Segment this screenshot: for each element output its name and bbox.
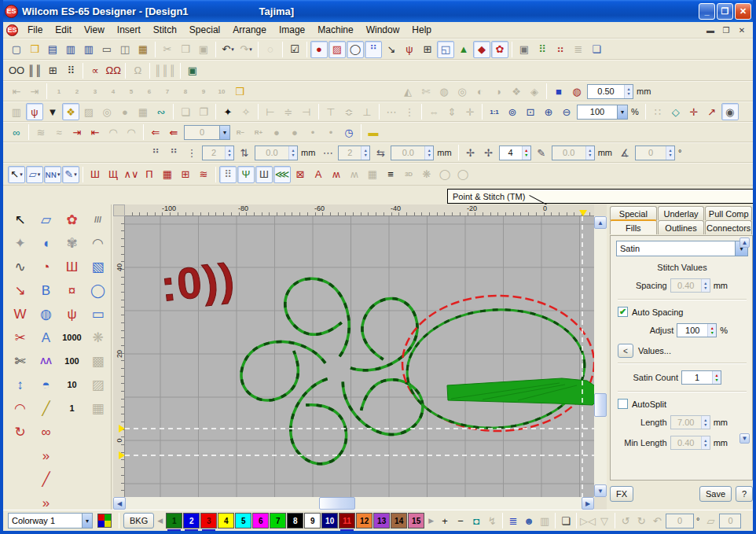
arc-input-tool[interactable]: ◠ — [85, 231, 111, 255]
spacing-10-tool[interactable]: 10 — [59, 373, 85, 396]
lettering-object[interactable]: :0)) — [159, 253, 238, 311]
print-preview-button[interactable]: ◫ — [116, 41, 134, 58]
stitch-type-combo[interactable]: Satin ▾ — [616, 241, 748, 256]
lattice-fill-button[interactable]: ⊠ — [292, 166, 309, 183]
embroidery-design[interactable]: :0)) — [125, 216, 594, 497]
zigzag-column-tool[interactable]: Ш — [59, 255, 85, 278]
fx-button[interactable]: FX — [610, 486, 633, 502]
undo-button[interactable]: ↶▾ — [219, 41, 237, 58]
title-bar[interactable]: ES Wilcom ES-65 Designer - [Design1 Taji… — [0, 0, 756, 22]
grid-points-b-button[interactable]: ✢ — [480, 144, 497, 161]
print-film-button[interactable]: ❏ — [558, 513, 574, 528]
canvas-hscrollbar[interactable]: ◀ ▶ — [113, 497, 594, 510]
auto-spacing-checkbox[interactable]: ✔ — [618, 307, 628, 317]
lettering-input-tool[interactable]: ✿ — [59, 208, 85, 231]
stitch-input-tool-button[interactable]: ɴɴ▾ — [44, 166, 61, 183]
fan-stitch-tool[interactable]: ◠ — [7, 396, 33, 420]
panel-scrollbar[interactable]: ▲ ▼ — [739, 238, 751, 478]
node-segment-tool[interactable]: ╱ — [33, 396, 59, 420]
auto-start-end-button[interactable]: ☑ — [286, 41, 303, 58]
color-swatch-15[interactable]: 15 — [408, 513, 424, 528]
layout-grid-b-button[interactable]: ⠛ — [165, 144, 182, 161]
e-stitch-type-button[interactable]: Π — [141, 166, 158, 183]
restore-button[interactable]: ❐ — [717, 3, 733, 20]
flower-input-tool[interactable]: ✾ — [59, 231, 85, 255]
menu-machine[interactable]: Machine — [311, 23, 359, 37]
color-swatch-1[interactable]: 1 — [166, 513, 182, 528]
save-design-as-button[interactable]: ▥ — [80, 41, 97, 58]
circle-object-tool[interactable]: ◔ — [33, 255, 59, 278]
manual-stitch-button[interactable]: ʍ — [328, 166, 345, 183]
color-swatch-5[interactable]: 5 — [235, 513, 251, 528]
object-color-button[interactable]: ■ — [550, 83, 567, 100]
block-digitize-tool[interactable]: ▧ — [85, 255, 111, 278]
open-curve-tool[interactable]: ∿ — [7, 255, 33, 278]
menu-arrange[interactable]: Arrange — [226, 23, 273, 37]
needle-points-button[interactable]: ▼ — [44, 103, 61, 120]
hatch-fill-button[interactable]: ▨ — [328, 41, 346, 58]
color-swatch-8[interactable]: 8 — [287, 513, 303, 528]
zoom-1-1-button[interactable]: 1:1 — [486, 103, 503, 120]
thread-bucket-button[interactable]: ◘ — [468, 513, 484, 528]
close-button[interactable]: ✕ — [735, 3, 751, 20]
menu-file[interactable]: File — [21, 23, 49, 37]
letter-b-tool[interactable]: B — [33, 278, 59, 302]
tatami-fill-type-button[interactable]: ▦ — [159, 166, 176, 183]
help-button[interactable]: ? — [736, 486, 753, 502]
spacing-100-tool[interactable]: 100 — [59, 349, 85, 373]
penetration-tool[interactable]: ψ — [59, 302, 85, 326]
menu-window[interactable]: Window — [360, 23, 406, 37]
entry-point-button[interactable]: ⇥ — [68, 123, 86, 141]
canvas-vscrollbar[interactable]: ▲ ▼ — [594, 216, 607, 497]
save-button[interactable]: Save — [699, 486, 732, 502]
ellipse-rotate-tool[interactable]: ↻ — [7, 420, 33, 444]
line-connector-tool[interactable]: ╱ — [33, 467, 59, 491]
angle-icon-button[interactable]: ∡ — [616, 144, 633, 161]
layout-column-button[interactable]: ⋮ — [183, 144, 200, 161]
parallel-stitch-tool[interactable]: /// — [85, 208, 111, 231]
fill-hole-tool[interactable]: ◍ — [33, 302, 59, 326]
run-stitch-tool[interactable]: ↘ — [7, 278, 33, 302]
row-spacing-icon-button[interactable]: ⇅ — [236, 144, 253, 161]
dome-reshape-tool[interactable]: ◓ — [33, 373, 59, 396]
thread-chart-button[interactable]: ⠿ — [534, 41, 551, 58]
minimize-button[interactable]: _ — [699, 3, 715, 20]
tab-special[interactable]: Special — [610, 206, 657, 220]
reshape-object-tool[interactable]: ▱ — [33, 208, 59, 231]
zoom-out-button[interactable]: ⊖ — [558, 103, 575, 120]
eraser-button[interactable]: ▬ — [365, 123, 382, 141]
column-c-input-tool[interactable]: ◖ — [33, 231, 59, 255]
closest-join-button[interactable]: ΩΩ — [105, 62, 122, 79]
bobbin-tool[interactable]: ¤ — [59, 278, 85, 302]
doc-minimize-button[interactable]: ▬ — [704, 24, 717, 35]
pull-comp-spinner[interactable]: 0.50▴▾ — [587, 84, 633, 99]
color-swatch-11[interactable]: 11 — [339, 513, 355, 528]
values-button[interactable]: Values... — [638, 346, 671, 355]
reshape-node-button[interactable]: ◇ — [667, 103, 684, 120]
color-swatch-6[interactable]: 6 — [252, 513, 269, 528]
palette-scroll-left-icon[interactable]: ◀ — [157, 517, 163, 525]
color-swatch-4[interactable]: 4 — [218, 513, 234, 528]
select-tool-button[interactable]: ↖▾ — [8, 166, 25, 183]
menu-view[interactable]: View — [78, 23, 111, 37]
repeat-button[interactable]: ⇚ — [165, 123, 182, 141]
add-color-button[interactable]: + — [437, 513, 453, 528]
scroll-up-button[interactable]: ▲ — [594, 216, 607, 229]
image-prep-button[interactable]: ▣ — [516, 41, 533, 58]
travel-needle-tool[interactable]: ↕ — [7, 373, 33, 396]
hscroll-thumb[interactable] — [319, 497, 355, 510]
palette-editor-icon[interactable] — [97, 514, 112, 528]
satin-outline-button[interactable]: Ш — [255, 166, 273, 183]
bkg-button[interactable]: BKG — [123, 513, 154, 528]
press-feet-button[interactable]: OO — [8, 62, 25, 79]
point-count-spinner[interactable]: 4▴▾ — [499, 145, 531, 160]
column-spacing-icon-button[interactable]: ⇆ — [372, 144, 389, 161]
applique-a-button[interactable]: A — [310, 166, 327, 183]
shaping-button[interactable]: ∾ — [152, 103, 170, 120]
motif-run-button[interactable]: ⠛ — [365, 41, 382, 58]
chain-link-tool[interactable]: ∞ — [33, 420, 59, 444]
polygon-select-tool[interactable]: ✦ — [7, 231, 33, 255]
remove-color-button[interactable]: − — [453, 513, 468, 528]
overview-window-button[interactable]: ◱ — [437, 41, 454, 58]
stitch-player-button[interactable]: ◷ — [340, 123, 358, 141]
